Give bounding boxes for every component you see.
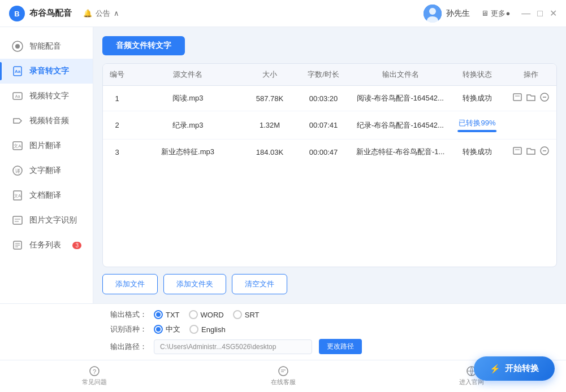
svg-rect-21 [513, 147, 521, 154]
svg-rect-17 [13, 216, 22, 224]
progress-bar [457, 130, 497, 132]
th-size: 大小 [244, 69, 295, 80]
format-radio-group: TXT WORD SRT [154, 310, 260, 319]
sidebar-item-doc-translate[interactable]: 文A 文档翻译 [0, 183, 93, 208]
row-size: 1.32M [244, 121, 295, 129]
clear-files-button[interactable]: 清空文件 [232, 274, 287, 294]
output-path-row: 输出路径： 更改路径 [102, 339, 555, 354]
row-status: 转换成功 [449, 147, 505, 157]
table-row: 1 阅读.mp3 587.78K 00:03:20 阅读-布谷鸟配音-16454… [103, 86, 556, 111]
add-folder-button[interactable]: 添加文件夹 [163, 274, 226, 294]
nav-faq[interactable]: ? 常见问题 [0, 364, 189, 389]
format-srt[interactable]: SRT [233, 310, 260, 319]
smart-dubbing-icon [11, 40, 24, 53]
language-radio-group: 中文 English [154, 324, 226, 334]
open-file-icon[interactable] [513, 93, 522, 104]
service-icon [278, 366, 288, 376]
delete-icon[interactable] [540, 146, 549, 158]
delete-icon[interactable] [540, 93, 549, 104]
table-header: 编号 源文件名 大小 字数/时长 输出文件名 转换状态 操作 [103, 64, 556, 86]
sidebar-item-image-translate[interactable]: 文A 图片翻译 [0, 133, 93, 158]
output-format-label: 输出格式： [102, 310, 147, 320]
th-status: 转换状态 [449, 69, 505, 80]
chinese-radio[interactable] [154, 325, 163, 334]
bottom-buttons: 添加文件 添加文件夹 清空文件 [102, 274, 557, 294]
change-path-button[interactable]: 更改路径 [319, 339, 362, 354]
sidebar-label-doc-translate: 文档翻译 [29, 190, 61, 201]
word-label: WORD [201, 311, 224, 319]
sidebar-item-text-translate[interactable]: 译 文字翻译 [0, 158, 93, 183]
format-word[interactable]: WORD [189, 310, 224, 319]
file-table: 编号 源文件名 大小 字数/时长 输出文件名 转换状态 操作 1 阅读.mp3 … [102, 63, 557, 267]
txt-label: TXT [166, 311, 180, 319]
row-status: 已转换99% [449, 118, 505, 132]
more-button[interactable]: 🖥 更多● [481, 8, 510, 19]
notice-chevron: ∧ [114, 9, 119, 18]
chinese-label: 中文 [166, 324, 180, 334]
add-file-button[interactable]: 添加文件 [102, 274, 158, 294]
sidebar-label-smart-dubbing: 智能配音 [29, 41, 61, 51]
row-duration: 00:03:20 [295, 94, 352, 103]
sidebar-item-video-to-audio[interactable]: 视频转音频 [0, 108, 93, 133]
th-action: 操作 [505, 69, 556, 80]
table-body: 1 阅读.mp3 587.78K 00:03:20 阅读-布谷鸟配音-16454… [103, 86, 556, 267]
row-size: 184.03K [244, 148, 295, 156]
doc-translate-icon: 文A [11, 189, 24, 202]
path-input[interactable] [154, 339, 312, 354]
svg-point-25 [279, 367, 288, 376]
row-output: 纪录-布谷鸟配音-164542... [352, 120, 449, 130]
content-area: 音频文件转文字 编号 源文件名 大小 字数/时长 输出文件名 转换状态 操作 1… [93, 27, 566, 303]
english-radio[interactable] [189, 325, 198, 334]
sidebar-item-task-list[interactable]: 任务列表 3 [0, 233, 93, 258]
sidebar-item-smart-dubbing[interactable]: 智能配音 [0, 34, 93, 59]
sidebar: 智能配音 Aa 录音转文字 Aa 视频转文字 视频转音频 文A 图片翻译 [0, 27, 93, 303]
username: 孙先生 [446, 8, 470, 19]
titlebar: B 布谷鸟配音 🔔 公告 ∧ 孙先生 🖥 更多● — □ ✕ [0, 0, 566, 27]
lang-english[interactable]: English [189, 325, 226, 334]
row-output: 阅读-布谷鸟配音-164542... [352, 93, 449, 103]
sidebar-item-video-to-text[interactable]: Aa 视频转文字 [0, 84, 93, 108]
svg-text:文A: 文A [14, 143, 21, 149]
minimize-button[interactable]: — [521, 9, 530, 18]
row-source: 新业态特征.mp3 [131, 147, 244, 157]
start-icon: ⚡ [490, 364, 500, 374]
svg-text:?: ? [93, 368, 96, 375]
text-translate-icon: 译 [11, 164, 24, 177]
maximize-button[interactable]: □ [537, 9, 543, 18]
open-file-icon[interactable] [513, 146, 522, 158]
tab-audio-file[interactable]: 音频文件转文字 [102, 36, 185, 55]
user-area: 孙先生 [424, 5, 470, 23]
svg-point-6 [15, 44, 20, 49]
svg-point-3 [429, 8, 436, 15]
format-txt[interactable]: TXT [154, 310, 180, 319]
word-radio[interactable] [189, 310, 198, 319]
th-output: 输出文件名 [352, 69, 449, 80]
close-button[interactable]: ✕ [550, 9, 557, 18]
sidebar-label-audio-to-text: 录音转文字 [29, 66, 69, 76]
row-output: 新业态特征-布谷鸟配音-1... [352, 147, 449, 157]
sidebar-label-text-translate: 文字翻译 [29, 165, 61, 176]
nav-service-label: 在线客服 [271, 378, 296, 386]
open-folder-icon[interactable] [526, 146, 535, 158]
nav-online-service[interactable]: 在线客服 [189, 364, 378, 389]
notice-icon: 🔔 [83, 9, 92, 18]
lang-chinese[interactable]: 中文 [154, 324, 180, 334]
row-id: 2 [103, 121, 131, 129]
th-duration: 字数/时长 [295, 69, 352, 80]
bottom-settings: 输出格式： TXT WORD SRT 识别语种： [0, 303, 566, 360]
sidebar-item-image-ocr[interactable]: 图片文字识别 [0, 208, 93, 233]
notice-btn[interactable]: 🔔 公告 ∧ [83, 8, 119, 19]
svg-text:Aa: Aa [15, 69, 21, 74]
svg-text:译: 译 [15, 168, 20, 174]
open-folder-icon[interactable] [526, 93, 535, 104]
table-row: 3 新业态特征.mp3 184.03K 00:00:47 新业态特征-布谷鸟配音… [103, 140, 556, 164]
txt-radio[interactable] [154, 310, 163, 319]
app-name: 布谷鸟配音 [29, 8, 72, 19]
row-actions [505, 93, 556, 104]
table-row: 2 纪录.mp3 1.32M 00:07:41 纪录-布谷鸟配音-164542.… [103, 111, 556, 140]
sidebar-label-image-translate: 图片翻译 [29, 141, 61, 151]
sidebar-item-audio-to-text[interactable]: Aa 录音转文字 [0, 59, 93, 84]
srt-radio[interactable] [233, 310, 242, 319]
start-convert-button[interactable]: ⚡ 开始转换 [474, 356, 555, 381]
video-to-text-icon: Aa [11, 90, 24, 102]
